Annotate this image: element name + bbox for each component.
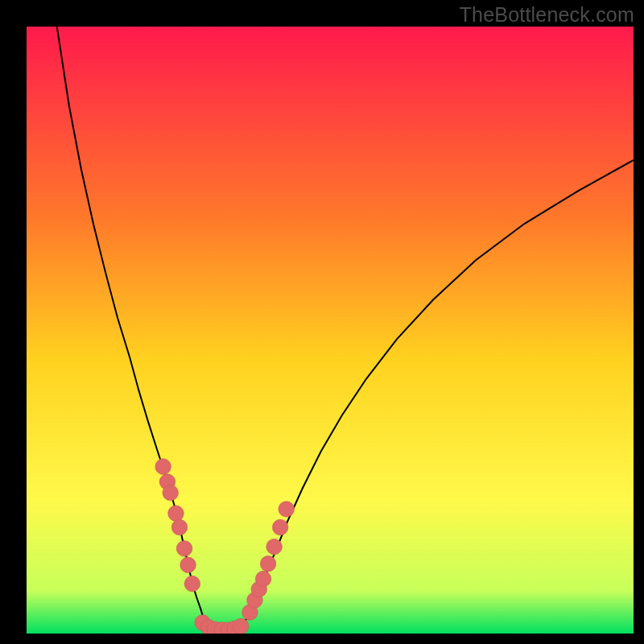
left-cluster-point xyxy=(171,519,188,535)
right-cluster-point xyxy=(266,539,283,555)
right-cluster-point xyxy=(255,571,271,587)
right-cluster-point xyxy=(279,502,295,518)
right-cluster-point xyxy=(272,519,288,535)
bottom-cluster-point xyxy=(233,618,249,634)
left-cluster-point xyxy=(155,459,171,475)
gradient-background xyxy=(27,27,634,634)
watermark-text: TheBottleneck.com xyxy=(460,3,634,27)
left-cluster-point xyxy=(168,506,184,522)
left-cluster-point xyxy=(163,485,179,501)
chart-svg xyxy=(27,27,634,634)
chart-plot-area xyxy=(27,27,634,634)
left-cluster-point xyxy=(176,541,192,557)
chart-frame: TheBottleneck.com xyxy=(0,0,644,644)
left-cluster-point xyxy=(184,576,200,592)
right-cluster-point xyxy=(260,555,276,572)
left-cluster-point xyxy=(180,557,196,573)
